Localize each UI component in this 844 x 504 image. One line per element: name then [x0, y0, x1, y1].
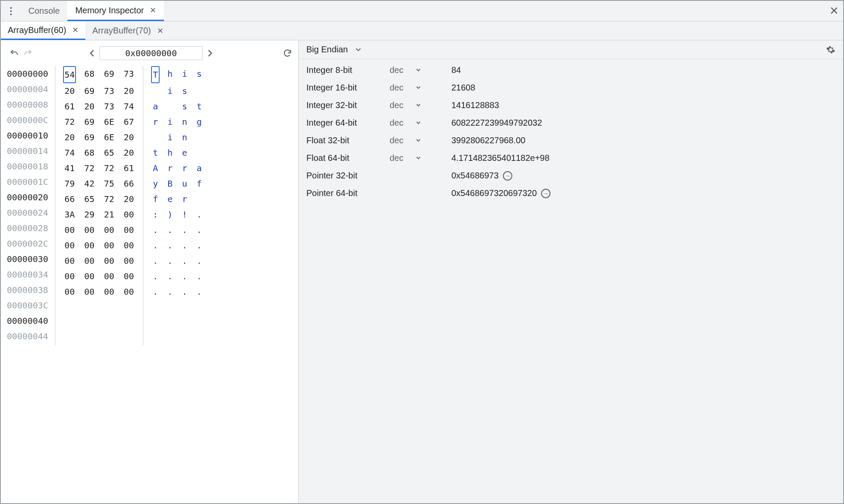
buffer-tab-1[interactable]: ArrayBuffer(70) ✕ [85, 21, 170, 40]
hex-byte[interactable]: 66 [63, 191, 76, 207]
hex-byte[interactable]: 69 [83, 114, 96, 130]
ascii-char[interactable]: i [166, 130, 174, 145]
tab-memory-inspector[interactable]: Memory Inspector ✕ [67, 1, 164, 21]
ascii-char[interactable]: . [166, 284, 174, 299]
hex-byte[interactable]: 72 [83, 160, 96, 176]
ascii-char[interactable] [195, 130, 203, 145]
tab-console[interactable]: Console [21, 1, 67, 21]
goto-address-icon[interactable]: → [541, 189, 551, 198]
hex-byte[interactable]: 3A [63, 207, 76, 222]
ascii-char[interactable]: T [151, 66, 160, 83]
ascii-char[interactable]: i [166, 114, 174, 130]
hex-byte[interactable]: 69 [103, 66, 115, 83]
ascii-char[interactable]: B [166, 176, 174, 191]
format-select[interactable]: dec [390, 83, 441, 93]
ascii-char[interactable]: . [195, 253, 203, 269]
hex-byte[interactable]: 20 [63, 83, 76, 99]
hex-byte[interactable]: 00 [83, 238, 96, 253]
hex-byte[interactable]: 66 [122, 176, 135, 191]
hex-byte[interactable]: 42 [83, 176, 96, 191]
hex-byte[interactable]: 61 [63, 99, 76, 114]
endianness-select[interactable]: Big Endian [306, 45, 361, 54]
close-icon[interactable]: ✕ [72, 25, 79, 35]
hex-byte[interactable]: 00 [83, 284, 96, 299]
refresh-icon[interactable] [283, 48, 292, 58]
ascii-char[interactable] [151, 83, 160, 99]
hex-byte[interactable]: 20 [63, 130, 76, 145]
ascii-char[interactable]: . [180, 253, 189, 269]
hex-byte[interactable]: 54 [63, 66, 76, 83]
ascii-char[interactable]: a [195, 160, 203, 176]
goto-address-icon[interactable]: → [503, 171, 512, 181]
ascii-char[interactable] [195, 83, 203, 99]
hex-byte[interactable]: 00 [103, 222, 115, 238]
address-cell[interactable]: 0000003C [7, 298, 48, 313]
address-cell[interactable]: 00000038 [7, 282, 48, 298]
hex-byte[interactable]: 00 [63, 253, 76, 269]
ascii-char[interactable]: . [166, 238, 174, 253]
format-select[interactable]: dec [390, 136, 441, 145]
hex-byte[interactable]: 00 [103, 284, 115, 299]
hex-byte[interactable]: 00 [122, 253, 135, 269]
undo-icon[interactable] [9, 48, 19, 58]
hex-byte[interactable]: 74 [122, 99, 135, 114]
ascii-char[interactable]: s [195, 66, 203, 83]
hex-byte[interactable]: 00 [122, 284, 135, 299]
ascii-char[interactable]: . [180, 238, 189, 253]
format-select[interactable]: dec [390, 118, 441, 128]
hex-byte[interactable]: 72 [103, 191, 115, 207]
address-cell[interactable]: 0000002C [7, 236, 48, 251]
hex-byte[interactable]: 00 [122, 238, 135, 253]
buffer-tab-0[interactable]: ArrayBuffer(60) ✕ [1, 21, 85, 40]
hex-byte[interactable]: 72 [103, 160, 115, 176]
hex-byte[interactable]: 00 [122, 269, 135, 284]
address-cell[interactable]: 0000001C [7, 174, 48, 190]
hex-byte[interactable]: 21 [103, 207, 115, 222]
hex-byte[interactable]: 00 [83, 222, 96, 238]
address-cell[interactable]: 00000030 [7, 251, 48, 267]
ascii-char[interactable]: e [166, 191, 174, 207]
ascii-char[interactable]: . [195, 269, 203, 284]
hex-byte[interactable]: 61 [122, 160, 135, 176]
hex-byte[interactable]: 69 [83, 83, 96, 99]
ascii-char[interactable]: . [195, 284, 203, 299]
ascii-char[interactable]: . [151, 238, 160, 253]
hex-byte[interactable]: 20 [122, 130, 135, 145]
ascii-char[interactable]: r [180, 160, 189, 176]
hex-byte[interactable]: 68 [83, 145, 96, 160]
hex-byte[interactable]: 00 [122, 207, 135, 222]
ascii-char[interactable]: . [151, 253, 160, 269]
ascii-char[interactable]: . [151, 222, 160, 238]
format-select[interactable]: dec [390, 65, 441, 75]
hex-byte[interactable]: 00 [83, 269, 96, 284]
ascii-char[interactable]: ! [180, 207, 189, 222]
address-cell[interactable]: 00000020 [7, 190, 48, 205]
hex-byte[interactable]: 00 [103, 269, 115, 284]
hex-byte[interactable]: 00 [103, 238, 115, 253]
ascii-char[interactable]: n [180, 114, 189, 130]
ascii-char[interactable]: h [166, 66, 174, 83]
ascii-char[interactable]: f [151, 191, 160, 207]
ascii-char[interactable]: t [195, 99, 203, 114]
ascii-char[interactable] [195, 145, 203, 160]
close-icon[interactable]: ✕ [150, 6, 156, 15]
hex-byte[interactable]: 20 [122, 191, 135, 207]
ascii-char[interactable]: . [151, 269, 160, 284]
panel-close-icon[interactable]: ✕ [829, 1, 839, 21]
hex-byte[interactable]: 68 [83, 66, 96, 83]
ascii-char[interactable]: f [195, 176, 203, 191]
hex-byte[interactable]: 29 [83, 207, 96, 222]
address-cell[interactable]: 00000008 [7, 97, 48, 112]
address-cell[interactable]: 00000044 [7, 329, 48, 344]
ascii-char[interactable]: y [151, 176, 160, 191]
hex-byte[interactable]: 65 [103, 145, 115, 160]
prev-page-icon[interactable] [84, 49, 100, 57]
address-cell[interactable]: 00000024 [7, 205, 48, 220]
address-cell[interactable]: 00000000 [7, 66, 48, 81]
ascii-char[interactable]: i [180, 66, 189, 83]
hex-byte[interactable]: 74 [63, 145, 76, 160]
ascii-char[interactable]: a [151, 99, 160, 114]
hex-byte[interactable]: 20 [122, 145, 135, 160]
hex-byte[interactable]: 00 [83, 253, 96, 269]
hex-byte[interactable]: 79 [63, 176, 76, 191]
